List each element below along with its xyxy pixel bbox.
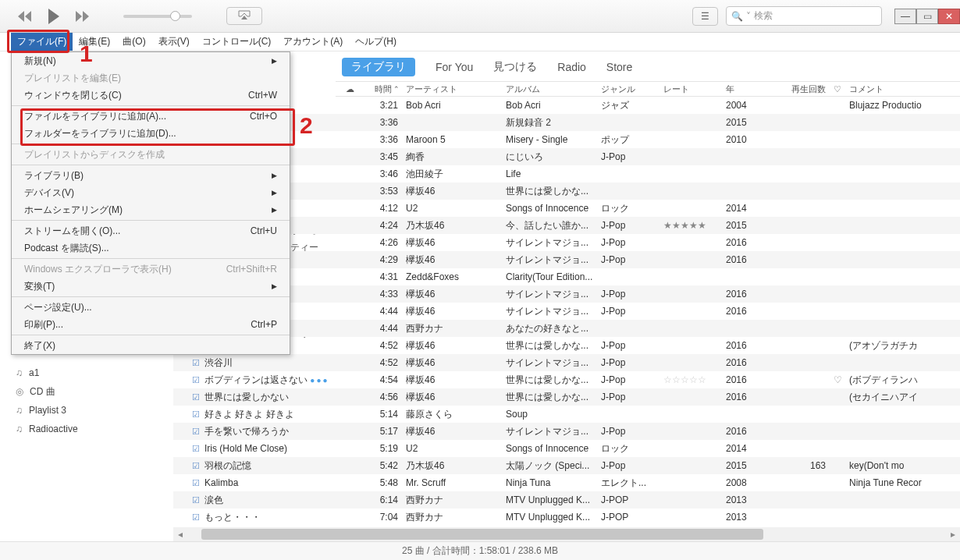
scroll-thumb[interactable] [201, 529, 763, 540]
checkbox[interactable]: ☑ [187, 392, 204, 402]
track-year: 2008 [723, 477, 787, 488]
search-input[interactable]: 🔍 ˅ 検索 [726, 6, 882, 26]
next-button[interactable] [75, 11, 91, 22]
table-row[interactable]: 4:44西野カナあなたの好きなと... [173, 320, 960, 337]
menu-3[interactable]: 表示(V) [152, 33, 196, 51]
volume-slider[interactable] [123, 15, 192, 18]
close-button[interactable]: ✕ [938, 9, 960, 24]
menu-2[interactable]: 曲(O) [116, 33, 151, 51]
col-genre[interactable]: ジャンル [598, 83, 660, 95]
table-row[interactable]: 3:46池田綾子Life [173, 165, 960, 183]
table-row[interactable]: 4:31Zedd&FoxesClarity(Tour Edition... [173, 268, 960, 285]
table-row[interactable]: ☑羽根の記憶5:42乃木坂46太陽ノック (Speci...J-Pop20151… [173, 457, 960, 474]
col-album[interactable]: アルバム [503, 83, 598, 95]
table-row[interactable]: 3:53欅坂46世界には愛しかな... [173, 183, 960, 200]
menu-item[interactable]: 印刷(P)...Ctrl+P [12, 316, 290, 333]
menu-4[interactable]: コントロール(C) [196, 33, 278, 51]
track-love[interactable]: ♡ [829, 374, 846, 385]
checkbox[interactable]: ☑ [187, 495, 204, 505]
track-rating[interactable]: ★★★★★ [660, 220, 723, 231]
checkbox[interactable]: ☑ [187, 427, 204, 437]
table-row[interactable]: 4:26欅坂46サイレントマジョ...J-Pop2016 [173, 234, 960, 251]
track-year: 2016 [723, 254, 787, 265]
menu-item[interactable]: フォルダーをライブラリに追加(D)... [12, 125, 290, 142]
minimize-button[interactable]: — [894, 9, 916, 24]
menu-item[interactable]: ページ設定(U)... [12, 299, 290, 316]
airplay-button[interactable] [226, 7, 262, 25]
menu-5[interactable]: アカウント(A) [277, 33, 349, 51]
table-row[interactable]: ☑手を繋いで帰ろうか5:17欅坂46サイレントマジョ...J-Pop2016 [173, 423, 960, 440]
table-row[interactable]: ☑世界には愛しかない4:56欅坂46世界には愛しかな...J-Pop2016(セ… [173, 388, 960, 406]
track-rating[interactable]: ☆☆☆☆☆ [660, 374, 723, 385]
track-year: 2013 [723, 512, 787, 523]
scroll-left-icon[interactable]: ◂ [173, 529, 187, 540]
menu-item[interactable]: 変換(T)▶ [12, 278, 290, 295]
menu-item[interactable]: Podcast を購読(S)... [12, 239, 290, 257]
table-row[interactable]: ☑ボブディランは返さない ●●●4:54欅坂46世界には愛しかな...J-Pop… [173, 371, 960, 388]
horizontal-scrollbar[interactable]: ◂ ▸ [173, 527, 960, 541]
tab-library[interactable]: ライブラリ [342, 58, 415, 76]
table-row[interactable]: 3:21Bob AcriBob Acriジャズ2004Blujazz Produ… [173, 97, 960, 114]
table-row[interactable]: 3:36新規録音 22015 [173, 114, 960, 131]
col-year[interactable]: 年 [723, 83, 787, 95]
scroll-right-icon[interactable]: ▸ [946, 529, 960, 540]
menu-item[interactable]: ストリームを開く(O)...Ctrl+U [12, 222, 290, 239]
checkbox[interactable]: ☑ [187, 478, 204, 488]
table-row[interactable]: 4:52欅坂46世界には愛しかな...J-Pop2016(アオゾラガチカ [173, 337, 960, 354]
menu-0[interactable]: ファイル(F) [11, 33, 73, 51]
col-heart[interactable]: ♡ [829, 84, 846, 94]
playlist-icon: ◎ [16, 386, 23, 397]
menu-item[interactable]: ホームシェアリング(M)▶ [12, 201, 290, 218]
playlist-item[interactable]: ♫a1 [0, 363, 172, 382]
table-row[interactable]: 4:29欅坂46サイレントマジョ...J-Pop2016 [173, 251, 960, 268]
table-row[interactable]: 4:33欅坂46サイレントマジョ...J-Pop2016 [173, 285, 960, 303]
table-row[interactable]: 3:36Maroon 5Misery - Singleポップ2010 [173, 131, 960, 148]
menu-item[interactable]: デバイス(V)▶ [12, 184, 290, 201]
checkbox[interactable]: ☑ [187, 409, 204, 420]
menu-item[interactable]: 新規(N)▶ [12, 52, 290, 69]
checkbox[interactable]: ☑ [187, 444, 204, 454]
tab-radio[interactable]: Radio [557, 61, 586, 73]
tab-browse[interactable]: 見つける [493, 60, 537, 74]
track-genre: J-Pop [598, 357, 660, 368]
menu-item[interactable]: ファイルをライブラリに追加(A)...Ctrl+O [12, 108, 290, 125]
table-row[interactable]: 4:44欅坂46サイレントマジョ...J-Pop2016 [173, 303, 960, 320]
window-controls: — ▭ ✕ [894, 9, 960, 24]
track-year: 2016 [723, 392, 787, 402]
menu-item[interactable]: ウィンドウを閉じる(C)Ctrl+W [12, 87, 290, 104]
table-row[interactable]: 3:45絢香にじいろJ-Pop [173, 148, 960, 165]
checkbox[interactable]: ☑ [187, 512, 204, 523]
playlist-item[interactable]: ♫Radioactive [0, 420, 172, 438]
checkbox[interactable]: ☑ [187, 461, 204, 471]
menu-item[interactable]: ライブラリ(B)▶ [12, 167, 290, 184]
col-cloud[interactable]: ☁ [336, 84, 364, 94]
table-row[interactable]: ☑Iris (Hold Me Close)5:19U2Songs of Inno… [173, 440, 960, 457]
tab-store[interactable]: Store [606, 61, 632, 73]
maximize-button[interactable]: ▭ [916, 9, 938, 24]
track-genre: J-Pop [598, 220, 660, 231]
table-row[interactable]: 4:12U2Songs of Innocenceロック2014 [173, 200, 960, 217]
table-row[interactable]: ☑もっと・・・7:04西野カナMTV Unplugged K...J-POP20… [173, 509, 960, 526]
table-row[interactable]: ☑Kalimba5:48Mr. ScruffNinja Tunaエレクト...2… [173, 474, 960, 491]
playlist-item[interactable]: ◎CD 曲 [0, 382, 172, 401]
table-row[interactable]: 4:24乃木坂46今、話したい誰か...J-Pop★★★★★2015 [173, 217, 960, 234]
col-comment[interactable]: コメント [846, 83, 960, 95]
track-album: サイレントマジョ... [503, 253, 598, 267]
menu-6[interactable]: ヘルプ(H) [349, 33, 403, 51]
track-artist: 西野カナ [403, 494, 503, 507]
playlist-item[interactable]: ♫Playlist 3 [0, 401, 172, 420]
tab-for-you[interactable]: For You [436, 61, 473, 73]
prev-button[interactable] [17, 11, 33, 22]
table-row[interactable]: ☑渋谷川4:52欅坂46サイレントマジョ...J-Pop2016 [173, 354, 960, 371]
checkbox[interactable]: ☑ [187, 375, 204, 385]
checkbox[interactable]: ☑ [187, 358, 204, 368]
list-view-button[interactable]: ☰ [692, 7, 718, 26]
col-rate[interactable]: レート [660, 83, 723, 95]
col-time[interactable]: 時間⌃ [364, 83, 403, 95]
table-row[interactable]: ☑好きよ 好きよ 好きよ5:14藤原さくらSoup [173, 406, 960, 423]
play-button[interactable] [47, 9, 61, 24]
col-artist[interactable]: アーティスト [403, 83, 503, 95]
col-plays[interactable]: 再生回数 [787, 83, 829, 95]
table-row[interactable]: ☑涙色6:14西野カナMTV Unplugged K...J-POP2013 [173, 491, 960, 509]
menu-item[interactable]: 終了(X) [12, 337, 290, 354]
